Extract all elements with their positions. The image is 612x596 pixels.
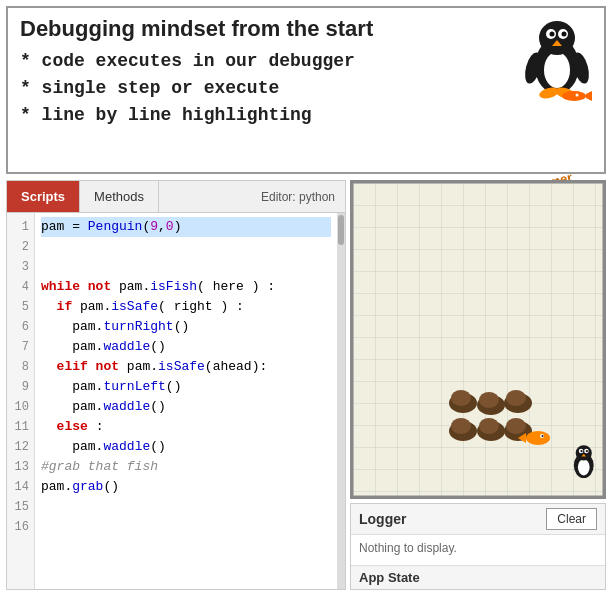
svg-marker-13 (586, 91, 592, 101)
code-line-16 (41, 517, 331, 537)
code-line-13: #grab that fish (41, 457, 331, 477)
code-line-5: if pam.isSafe( right ) : (41, 297, 331, 317)
code-line-12: pam.waddle() (41, 437, 331, 457)
svg-point-39 (586, 450, 588, 452)
code-line-14: pam.grab() (41, 477, 331, 497)
svg-point-38 (580, 450, 582, 452)
code-line-4: while not pam.isFish( here ) : (41, 277, 331, 297)
scrollbar[interactable] (337, 213, 345, 589)
code-line-6: pam.turnRight() (41, 317, 331, 337)
code-line-2 (41, 237, 331, 257)
game-grid (353, 183, 603, 496)
logger-header: Logger Clear (351, 504, 605, 535)
header-point-3: line by line highlighting (20, 102, 592, 129)
clear-button[interactable]: Clear (546, 508, 597, 530)
right-panel: Logger Clear Nothing to display. App Sta… (350, 180, 606, 590)
code-line-7: pam.waddle() (41, 337, 331, 357)
code-line-15 (41, 497, 331, 517)
main-content: Scripts Methods Editor: python 1 2 3 4 5… (6, 180, 606, 590)
svg-point-28 (506, 418, 526, 434)
tab-methods[interactable]: Methods (80, 181, 159, 212)
tab-scripts[interactable]: Scripts (7, 181, 80, 212)
svg-point-18 (451, 390, 471, 406)
svg-point-32 (542, 435, 544, 437)
logger-content: Nothing to display. (351, 535, 605, 565)
code-line-3 (41, 257, 331, 277)
app-state-header: App State (351, 565, 605, 589)
grid-area (350, 180, 606, 499)
svg-point-20 (479, 392, 499, 408)
editor-label: Editor: python (261, 190, 345, 204)
scroll-thumb[interactable] (338, 215, 344, 245)
svg-point-35 (576, 445, 592, 460)
svg-point-34 (578, 459, 590, 475)
line-numbers: 1 2 3 4 5 6 7 8 9 10 11 12 13 14 15 16 (7, 213, 35, 589)
svg-point-6 (562, 32, 567, 37)
svg-point-1 (544, 52, 570, 88)
grid-penguin (574, 445, 594, 478)
code-content[interactable]: pam = Penguin(9,0) while not pam.isFish(… (35, 213, 337, 589)
svg-point-24 (451, 418, 471, 434)
code-line-10: pam.waddle() (41, 397, 331, 417)
svg-point-5 (550, 32, 555, 37)
header-banner: Debugging mindset from the start code ex… (6, 6, 606, 174)
svg-point-2 (539, 21, 575, 55)
code-line-1: pam = Penguin(9,0) (41, 217, 331, 237)
code-line-11: else : (41, 417, 331, 437)
svg-rect-16 (353, 183, 603, 496)
code-area[interactable]: 1 2 3 4 5 6 7 8 9 10 11 12 13 14 15 16 p… (7, 213, 345, 589)
logger-title: Logger (359, 511, 406, 527)
svg-point-29 (526, 431, 550, 445)
penguin-icon (522, 16, 592, 96)
header-point-1: code executes in our debugger (20, 48, 592, 75)
svg-point-26 (479, 418, 499, 434)
header-title: Debugging mindset from the start (20, 16, 592, 42)
code-line-8: elif not pam.isSafe(ahead): (41, 357, 331, 377)
header-point-2: single step or execute (20, 75, 592, 102)
editor-panel: Scripts Methods Editor: python 1 2 3 4 5… (6, 180, 346, 590)
svg-point-12 (562, 91, 586, 101)
svg-point-22 (506, 390, 526, 406)
tab-bar: Scripts Methods Editor: python (7, 181, 345, 213)
svg-point-14 (576, 94, 579, 97)
code-line-9: pam.turnLeft() (41, 377, 331, 397)
header-points: code executes in our debugger single ste… (20, 48, 592, 129)
logger-panel: Logger Clear Nothing to display. App Sta… (350, 503, 606, 590)
